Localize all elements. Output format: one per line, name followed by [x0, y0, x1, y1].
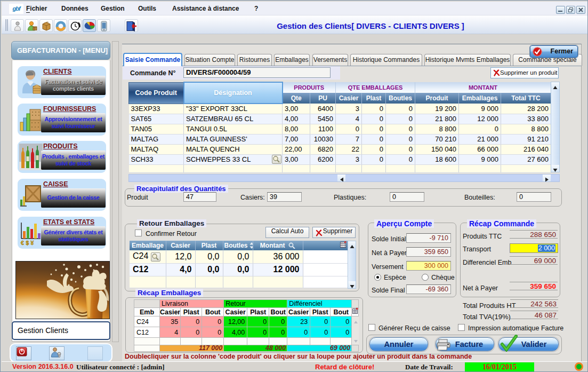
col-header-emballages[interactable]: Emballages [459, 93, 501, 104]
toolbar-products-icon[interactable] [39, 19, 53, 32]
col-header-plast[interactable]: Plast [362, 93, 386, 104]
scroll-right-icon[interactable] [543, 175, 551, 181]
product-row-MALTAG[interactable]: MALTAGMALTA GUINNESS'7,001003070070 2102… [129, 134, 551, 144]
col-emb[interactable]: Emb [134, 308, 160, 316]
scroll-left-icon[interactable] [337, 175, 345, 181]
recapq-plastiques-value[interactable]: 0 [390, 192, 424, 202]
col-header-designation[interactable]: Désignation [184, 82, 283, 104]
recapq-produit-value[interactable]: 47 [183, 192, 216, 202]
toolbar-ring-icon[interactable] [54, 19, 67, 32]
confirmer-retour-checkbox[interactable] [135, 229, 142, 236]
col-header-code-produit[interactable]: Code Produit [129, 82, 184, 104]
sidebar-item-subtitle[interactable]: Produits , emballages et suivi de stock [41, 151, 106, 170]
sidebar-item-title[interactable]: FOURNISSEURS [43, 105, 96, 113]
sidebar-item-title[interactable]: ETATS et STATS [43, 218, 94, 226]
recu-caisse-checkbox[interactable] [368, 324, 375, 331]
scroll-down-icon[interactable] [551, 165, 559, 172]
supprimer-retour-button[interactable]: Supprimer [312, 227, 356, 238]
col-bout[interactable]: Bout [202, 308, 224, 316]
scroll-down-icon[interactable] [348, 281, 356, 288]
col-header-boutles[interactable]: Boutles [386, 93, 415, 104]
tab-saisie-commande[interactable]: Saisie Commande [123, 53, 182, 66]
search-icon[interactable] [151, 252, 160, 262]
col-header-pu[interactable]: PU [310, 93, 336, 104]
sidebar-item-title[interactable]: CAISSE [43, 180, 68, 188]
product-row-SCH33[interactable]: SCH33SCHWEPPES 33 CL3,00620030018 6009 0… [129, 154, 551, 164]
commande-input[interactable]: DIVERS/F000004/59 [183, 67, 331, 78]
sidebar-item-clients[interactable]: CLIENTSFacturation et suivi de comptes c… [18, 66, 106, 98]
retour-col-casier[interactable]: Casier [166, 241, 195, 250]
versement-input[interactable]: 300 000 [406, 261, 451, 271]
sidebar-scrollbar[interactable] [112, 41, 119, 342]
product-row-SAT65[interactable]: SAT65SATZEMBRAU 65 CL4,00545040021 80012… [129, 114, 551, 124]
col-header-produit[interactable]: Produit [415, 93, 459, 104]
sidebar-item-fournisseurs[interactable]: FOURNISSEURSApprovisionnement et suivi f… [18, 104, 106, 136]
retour-col-boutles[interactable]: Boutles [223, 241, 253, 250]
col-bout[interactable]: Bout [331, 308, 352, 316]
tab-historique-commandes[interactable]: Historique Commandes [350, 54, 422, 66]
tab-historique-mvmts-emballages[interactable]: Historique Mvmts Emballages [424, 54, 511, 66]
col-header-casier[interactable]: Casier [336, 93, 362, 104]
recapq-casiers-value[interactable]: 39 [267, 192, 302, 202]
recap-emb-scrollbar[interactable] [352, 320, 359, 344]
retour-table-vscrollbar[interactable] [348, 241, 356, 289]
scroll-down-icon[interactable] [353, 339, 358, 343]
col-casier[interactable]: Casier [287, 308, 310, 316]
products-table-hscrollbar[interactable] [128, 174, 560, 182]
menu-assistance[interactable]: Assistance à distance [172, 5, 239, 12]
product-row-MALTAQ[interactable]: MALTAQMALTA QUENCH22,0068202200150 04066… [129, 144, 551, 154]
search-icon[interactable] [272, 155, 281, 164]
toolbar-person-icon[interactable] [11, 19, 24, 32]
close-button[interactable] [576, 6, 585, 14]
blank-button[interactable] [87, 346, 103, 360]
calcul-auto-button[interactable]: Calcul Auto [265, 227, 309, 238]
menu-aide[interactable]: ? [254, 5, 258, 12]
toolbar-clients-icon[interactable] [25, 19, 38, 32]
sidebar-item-caisse[interactable]: CAISSEGestion de la caisse [18, 179, 106, 211]
product-row-TAN05[interactable]: TAN05TANGUI 0.5L8,0011000008 80008 800 [129, 124, 551, 134]
sidebar-item-produits[interactable]: PRODUITSProduits , emballages et suivi d… [18, 141, 106, 173]
retour-row-C24[interactable]: C24 12,00,00,036 000 [130, 250, 348, 263]
sidebar-item-etats-et-stats[interactable]: € $ ¥ETATS et STATSGénérer divers états … [18, 217, 106, 249]
toolbar-stats-icon[interactable] [83, 19, 96, 32]
transport-input[interactable]: 2 000 [510, 243, 558, 253]
tab-ristournes[interactable]: Ristournes [237, 54, 272, 66]
scroll-up-icon[interactable] [353, 320, 358, 324]
col-casier[interactable]: Casier [160, 308, 181, 316]
restore-button[interactable] [566, 6, 575, 14]
sidebar-item-subtitle[interactable]: Gestion de la caisse [41, 188, 106, 208]
recap-emb-row-C12[interactable]: C124004,0000000 [134, 327, 359, 338]
sidebar-item-title[interactable]: PRODUITS [43, 143, 78, 150]
tab-emballages[interactable]: Emballages [274, 54, 310, 66]
fermer-button[interactable]: Fermer [530, 45, 578, 58]
toolbar-exit-icon[interactable] [125, 19, 138, 32]
col-header-qte[interactable]: Qte [283, 93, 310, 104]
toolbar-clock-icon[interactable] [68, 19, 82, 32]
sidebar-item-subtitle[interactable]: Approvisionnement et suivi fournisseur [41, 113, 106, 132]
cheque-radio[interactable] [422, 274, 429, 281]
recap-emb-row-C24[interactable]: C24350012,00002300 [134, 316, 359, 327]
annuler-button[interactable]: Annuler [369, 337, 428, 351]
tab-versements[interactable]: Versements [312, 54, 348, 66]
product-row-33EXP33[interactable]: 33EXP33"33" EXPORT 33CL3,00640030019 200… [129, 104, 551, 114]
retour-col-emballage[interactable]: Emballage [130, 241, 166, 250]
power-off-button[interactable] [16, 346, 31, 360]
minimize-button[interactable] [556, 6, 565, 14]
menu-donnees[interactable]: Données [61, 5, 88, 12]
retour-col-plast[interactable]: Plast [195, 241, 223, 250]
sidebar-item-subtitle[interactable]: Générer divers états et statistiques [41, 226, 106, 246]
scroll-up-icon[interactable] [348, 241, 356, 248]
sidebar-item-subtitle[interactable]: Facturation et suivi de comptes clients [41, 76, 106, 95]
recapq-bouteilles-value[interactable]: 0 [517, 192, 551, 202]
retour-col-montant[interactable]: Montant [253, 241, 303, 250]
retour-row-C12[interactable]: C124,00,00,012 000 [130, 263, 348, 276]
toolbar-phone-icon[interactable] [97, 19, 110, 32]
col-header-total-ttc[interactable]: Total TTC [501, 93, 551, 104]
user-session-button[interactable] [49, 346, 65, 360]
col-bout[interactable]: Bout [269, 308, 287, 316]
col-casier[interactable]: Casier [224, 308, 247, 316]
col-plast[interactable]: Plast [181, 308, 202, 316]
menu-outils[interactable]: Outils [138, 5, 156, 12]
tab-situation-compte[interactable]: Situation Compte [184, 54, 235, 66]
sidebar-item-title[interactable]: CLIENTS [43, 68, 71, 75]
